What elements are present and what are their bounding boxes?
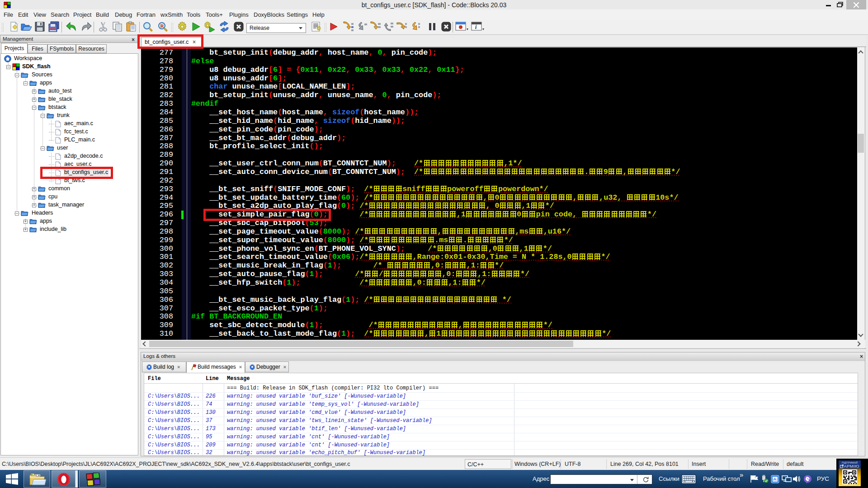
svg-text:R: R (160, 23, 165, 28)
